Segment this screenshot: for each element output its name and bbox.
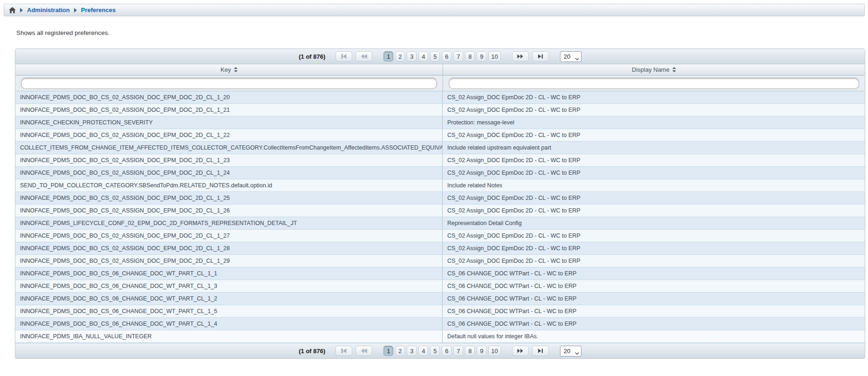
table-row[interactable]: INNOFACE_PDMS_DOC_BO_CS_02_ASSIGN_DOC_EP… (15, 91, 865, 104)
table-filter-row (15, 75, 865, 91)
row-display-name-cell: Protection: message-level (443, 116, 865, 129)
page-button[interactable]: 10 (488, 51, 500, 62)
display-name-filter-cell (443, 75, 865, 91)
row-display-name-cell: Include related Notes (443, 179, 865, 191)
row-display-name-cell: CS_02 Assign_DOC EpmDoc 2D - CL - WC to … (443, 104, 865, 116)
row-key-cell: INNOFACE_PDMS_IBA_NULL_VALUE_INTEGER (15, 330, 443, 342)
row-key-cell: INNOFACE_PDMS_DOC_BO_CS_02_ASSIGN_DOC_EP… (15, 192, 443, 204)
row-key-cell: SEND_TO_PDM_COLLECTOR_CATEGORY.SBSendToP… (15, 179, 443, 191)
page-button[interactable]: 8 (465, 346, 475, 356)
page-button[interactable]: 4 (418, 346, 428, 356)
row-key-cell: INNOFACE_PDMS_DOC_BO_CS_02_ASSIGN_DOC_EP… (15, 154, 443, 166)
page-button[interactable]: 5 (430, 346, 440, 356)
row-display-name-cell: Representation Detail Config (443, 217, 865, 229)
page-button[interactable]: 8 (465, 51, 475, 62)
row-display-name-cell: CS_02 Assign_DOC EpmDoc 2D - CL - WC to … (443, 91, 865, 103)
rows-per-page-select[interactable]: 20 (560, 51, 581, 62)
home-icon[interactable] (9, 7, 16, 14)
page-button[interactable]: 5 (430, 51, 440, 62)
table-row[interactable]: INNOFACE_PDMS_DOC_BO_CS_02_ASSIGN_DOC_EP… (15, 167, 865, 179)
row-display-name-cell: CS_02 Assign_DOC EpmDoc 2D - CL - WC to … (443, 192, 865, 204)
rows-per-page-select[interactable]: 20 (560, 346, 581, 356)
table-row[interactable]: INNOFACE_PDMS_DOC_BO_CS_02_ASSIGN_DOC_EP… (15, 192, 865, 205)
table-row[interactable]: INNOFACE_PDMS_DOC_BO_CS_02_ASSIGN_DOC_EP… (15, 242, 865, 255)
row-display-name-cell: CS_02 Assign_DOC EpmDoc 2D - CL - WC to … (443, 242, 865, 254)
first-page-icon (341, 348, 347, 355)
page-button[interactable]: 6 (442, 51, 451, 62)
breadcrumb-link-preferences[interactable]: Preferences (81, 7, 116, 14)
page-button[interactable]: 1 (383, 51, 393, 62)
page-button[interactable]: 3 (407, 51, 417, 62)
intro-text: Shows all registered preferences. (16, 29, 868, 36)
table-row[interactable]: INNOFACE_PDMS_DOC_BO_CS_06_CHANGE_DOC_WT… (15, 305, 865, 318)
row-key-cell: INNOFACE_PDMS_DOC_BO_CS_02_ASSIGN_DOC_EP… (15, 255, 443, 267)
row-key-cell: INNOFACE_PDMS_DOC_BO_CS_02_ASSIGN_DOC_EP… (15, 167, 443, 179)
first-page-button[interactable] (335, 346, 352, 356)
table-row[interactable]: INNOFACE_PDMS_DOC_BO_CS_02_ASSIGN_DOC_EP… (15, 129, 865, 142)
next-page-button[interactable] (512, 51, 529, 62)
previous-page-button[interactable] (355, 51, 372, 62)
page-button[interactable]: 3 (407, 346, 417, 356)
paginator-status: (1 of 876) (299, 348, 325, 355)
row-display-name-cell: Include related upstream equivalent part (443, 142, 865, 154)
breadcrumb: Administration Preferences (4, 4, 865, 16)
table-header-row: Key Display Name (15, 64, 865, 75)
page-button[interactable]: 1 (383, 346, 393, 356)
table-row[interactable]: INNOFACE_PDMS_DOC_BO_CS_02_ASSIGN_DOC_EP… (15, 230, 865, 242)
last-page-button[interactable] (532, 346, 549, 356)
table-row[interactable]: INNOFACE_PDMS_DOC_BO_CS_02_ASSIGN_DOC_EP… (15, 154, 865, 167)
key-filter-input[interactable] (21, 78, 437, 89)
row-key-cell: INNOFACE_PDMS_DOC_BO_CS_02_ASSIGN_DOC_EP… (15, 230, 443, 242)
next-page-icon (517, 348, 523, 355)
column-header-key[interactable]: Key (15, 64, 443, 75)
table-row[interactable]: INNOFACE_PDMS_DOC_BO_CS_06_CHANGE_DOC_WT… (15, 267, 865, 280)
row-display-name-cell: CS_02 Assign_DOC EpmDoc 2D - CL - WC to … (443, 255, 865, 267)
page-button[interactable]: 7 (453, 51, 463, 62)
table-row[interactable]: COLLECT_ITEMS_FROM_CHANGE_ITEM_AFFECTED_… (15, 142, 865, 154)
table-row[interactable]: INNOFACE_PDMS_LIFECYCLE_CONF_02_EPM_DOC_… (15, 217, 865, 230)
page-button[interactable]: 10 (488, 346, 500, 356)
row-key-cell: INNOFACE_PDMS_DOC_BO_CS_02_ASSIGN_DOC_EP… (15, 205, 443, 217)
display-name-filter-input[interactable] (449, 78, 859, 89)
page-buttons: 12345678910 (383, 346, 500, 356)
next-page-button[interactable] (512, 346, 529, 356)
table-row[interactable]: INNOFACE_PDMS_DOC_BO_CS_06_CHANGE_DOC_WT… (15, 318, 865, 330)
page-button[interactable]: 9 (477, 346, 486, 356)
row-display-name-cell: CS_02 Assign_DOC EpmDoc 2D - CL - WC to … (443, 154, 865, 166)
table-row[interactable]: INNOFACE_PDMS_DOC_BO_CS_02_ASSIGN_DOC_EP… (15, 255, 865, 267)
table-row[interactable]: INNOFACE_PDMS_DOC_BO_CS_06_CHANGE_DOC_WT… (15, 293, 865, 305)
previous-page-button[interactable] (355, 346, 372, 356)
row-key-cell: INNOFACE_PDMS_DOC_BO_CS_06_CHANGE_DOC_WT… (15, 267, 443, 280)
first-page-icon (341, 53, 347, 60)
page-button[interactable]: 6 (442, 346, 451, 356)
preferences-table-panel: (1 of 876) 12345678910 20 Key (15, 48, 865, 359)
breadcrumb-link-administration[interactable]: Administration (27, 7, 70, 14)
table-row[interactable]: INNOFACE_PDMS_DOC_BO_CS_02_ASSIGN_DOC_EP… (15, 104, 865, 116)
breadcrumb-separator-icon (74, 8, 77, 13)
page-button[interactable]: 7 (453, 346, 463, 356)
page-button[interactable]: 2 (395, 51, 405, 62)
table-row[interactable]: INNOFACE_CHECKIN_PROTECTION_SEVERITY Pro… (15, 116, 865, 129)
table-row[interactable]: INNOFACE_PDMS_DOC_BO_CS_02_ASSIGN_DOC_EP… (15, 205, 865, 217)
column-header-display-name[interactable]: Display Name (443, 64, 865, 75)
row-key-cell: INNOFACE_PDMS_DOC_BO_CS_02_ASSIGN_DOC_EP… (15, 91, 443, 103)
row-key-cell: INNOFACE_PDMS_DOC_BO_CS_06_CHANGE_DOC_WT… (15, 318, 443, 330)
row-key-cell: INNOFACE_PDMS_LIFECYCLE_CONF_02_EPM_DOC_… (15, 217, 443, 229)
page-button[interactable]: 9 (477, 51, 486, 62)
last-page-icon (538, 348, 543, 355)
last-page-button[interactable] (532, 51, 549, 62)
row-key-cell: INNOFACE_CHECKIN_PROTECTION_SEVERITY (15, 116, 443, 129)
row-display-name-cell: CS_06 CHANGE_DOC WTPart - CL - WC to ERP (443, 318, 865, 330)
page-buttons: 12345678910 (383, 51, 500, 62)
page-button[interactable]: 4 (418, 51, 428, 62)
row-display-name-cell: Default null values for integer IBAs. (443, 330, 865, 342)
first-page-button[interactable] (335, 51, 352, 62)
table-row[interactable]: INNOFACE_PDMS_IBA_NULL_VALUE_INTEGER Def… (15, 330, 865, 343)
table-row[interactable]: INNOFACE_PDMS_DOC_BO_CS_06_CHANGE_DOC_WT… (15, 280, 865, 293)
row-display-name-cell: CS_06 CHANGE_DOC WTPart - CL - WC to ERP (443, 267, 865, 280)
sort-both-icon (672, 67, 676, 72)
row-key-cell: INNOFACE_PDMS_DOC_BO_CS_06_CHANGE_DOC_WT… (15, 293, 443, 305)
top-paginator: (1 of 876) 12345678910 20 (15, 49, 865, 64)
page-button[interactable]: 2 (395, 346, 405, 356)
table-row[interactable]: SEND_TO_PDM_COLLECTOR_CATEGORY.SBSendToP… (15, 179, 865, 192)
